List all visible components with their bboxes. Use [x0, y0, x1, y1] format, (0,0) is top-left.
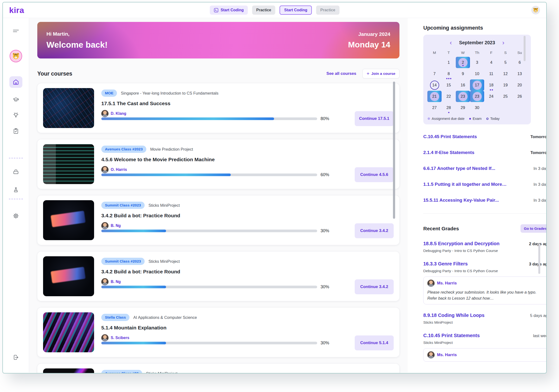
home-icon: [12, 79, 19, 85]
main-scrollbar[interactable]: [393, 82, 395, 219]
sidebar-item-home[interactable]: [9, 76, 22, 88]
grade-course: Debugging Party - Intro to CS Python Cou…: [423, 249, 547, 253]
calendar-day[interactable]: [512, 102, 527, 113]
progress-percent: 80%: [321, 116, 329, 121]
calendar-day[interactable]: 18: [484, 79, 498, 91]
graduation-cap-icon: [12, 96, 19, 103]
welcome-banner: Hi Martin, Welcome back! January 2024 Mo…: [37, 22, 400, 58]
sidebar-item-settings[interactable]: [12, 213, 19, 219]
assignment-link[interactable]: 15.5.11 Accessing Key-Value Pair...: [423, 197, 499, 203]
calendar-day[interactable]: 16: [456, 79, 470, 91]
calendar-day[interactable]: 21: [427, 91, 442, 102]
continue-button[interactable]: Continue 5.1.4: [355, 336, 394, 350]
class-badge: Summit Class #2023: [101, 258, 145, 265]
continue-button[interactable]: Continue 3.4.2: [355, 279, 394, 294]
continue-button[interactable]: Continue 17.5.1: [355, 111, 394, 126]
day-header: W: [456, 49, 470, 57]
assignment-link[interactable]: 6.6.17 Another type of Nested If...: [423, 166, 495, 171]
calendar-day[interactable]: 30: [470, 102, 484, 113]
calendar-day[interactable]: 23: [470, 91, 484, 102]
calendar-day[interactable]: 10: [470, 68, 484, 79]
calendar-day[interactable]: [484, 102, 498, 113]
grade-link[interactable]: 18.8.5 Encryption and Decryption: [423, 241, 500, 246]
calendar-day[interactable]: 1: [442, 57, 456, 68]
grade-course: Sticks MiniProject: [423, 340, 547, 345]
logout-button[interactable]: [12, 354, 19, 361]
day-header: F: [484, 49, 498, 57]
calendar-day[interactable]: 5: [498, 57, 512, 68]
calendar-day[interactable]: 29: [456, 102, 470, 113]
course-name: AI Applications & Computer Science: [133, 315, 197, 320]
teacher-avatar: [427, 351, 435, 359]
menu-toggle[interactable]: [12, 28, 19, 33]
legend-label: Assignment due date: [432, 117, 465, 121]
calendar-day[interactable]: 22: [442, 91, 456, 102]
sidebar-item-projects[interactable]: [12, 168, 19, 175]
lesson-title: 3.4.2 Build a bot: Practice Round: [101, 213, 394, 218]
calendar-day[interactable]: 9: [456, 68, 470, 79]
calendar-day[interactable]: [498, 102, 512, 113]
go-to-grades-button[interactable]: Go to Grades: [521, 224, 547, 233]
calendar-day[interactable]: 17: [470, 79, 484, 91]
start-coding-button[interactable]: Start Coding: [210, 6, 248, 15]
practice-button-secondary[interactable]: Practice: [316, 6, 339, 15]
courses-section-title: Your courses: [37, 71, 72, 77]
assignment-link[interactable]: 1.1.5 Putting it all together and More…: [423, 182, 507, 187]
calendar-day[interactable]: 20: [512, 79, 527, 91]
calendar-day[interactable]: 3: [470, 57, 484, 68]
calendar-day[interactable]: 2: [456, 57, 470, 68]
continue-button[interactable]: Continue 4.5.6: [355, 167, 394, 182]
see-all-courses-link[interactable]: See all courses: [326, 71, 356, 76]
user-avatar[interactable]: [531, 6, 540, 14]
sidebar-item-explore[interactable]: [12, 112, 19, 118]
sidebar-profile-avatar[interactable]: [10, 50, 22, 62]
continue-button[interactable]: Continue 3.4.2: [355, 223, 394, 238]
calendar-day[interactable]: 28: [442, 102, 456, 113]
calendar-day[interactable]: 4: [484, 57, 498, 68]
join-course-button[interactable]: + Join a course: [362, 69, 400, 78]
calendar-prev-icon[interactable]: ‹: [449, 39, 453, 46]
calendar-day[interactable]: 26: [512, 91, 527, 102]
class-badge: Summit Class #2023: [101, 202, 145, 209]
calendar-day[interactable]: 15: [442, 79, 456, 91]
course-thumbnail: [43, 88, 94, 128]
top-bar: kira Start Coding Practice Start Coding: [3, 2, 546, 18]
calendar-day[interactable]: 7: [427, 68, 442, 79]
lesson-title: 4.5.6 Welcome to the Movie Prediction Ma…: [101, 157, 394, 162]
grade-link[interactable]: 8.9.18 Coding While Loops: [423, 313, 484, 318]
calendar-legend: Assignment due date Exam Today: [428, 117, 531, 121]
grades-scrollbar[interactable]: [538, 243, 540, 274]
sidebar-item-courses[interactable]: [12, 96, 19, 103]
gear-icon: [12, 213, 19, 219]
sidebar-item-labs[interactable]: [12, 187, 19, 194]
clipboard-check-icon: [12, 128, 19, 134]
assignment-due: In 3 days: [533, 166, 547, 171]
sidebar-item-assignments[interactable]: [12, 128, 19, 134]
grade-course: Sticks MiniProject: [423, 320, 547, 325]
grade-link[interactable]: C.10.45 Print Statements: [423, 333, 480, 338]
practice-button[interactable]: Practice: [252, 6, 275, 15]
lesson-title: 3.4.2 Build a bot: Practice Round: [101, 269, 394, 275]
calendar-next-icon[interactable]: ›: [501, 39, 505, 46]
assignment-link[interactable]: 2.1.4 If-Else Statements: [423, 150, 474, 155]
panel-scrollbar[interactable]: [524, 36, 526, 61]
calendar-day[interactable]: 23: [456, 91, 470, 102]
start-coding-button-outlined[interactable]: Start Coding: [280, 6, 312, 15]
progress-bar: [101, 286, 317, 288]
calendar-day[interactable]: 27: [427, 102, 442, 113]
calendar-day-today[interactable]: 14: [427, 79, 442, 91]
calendar-day[interactable]: 25: [498, 91, 512, 102]
calendar-day[interactable]: 19: [498, 79, 512, 91]
grade-link[interactable]: 16.3.3 Genre Filters: [423, 261, 468, 267]
calendar-day[interactable]: [427, 57, 442, 68]
course-thumbnail: [43, 368, 94, 373]
calendar-day[interactable]: 11: [484, 68, 498, 79]
calendar-day[interactable]: 13: [512, 68, 527, 79]
upcoming-assignments-title: Upcoming assignments: [423, 25, 547, 31]
assignment-due: In 3 days: [533, 198, 547, 203]
recent-grades-header: Recent Grades Go to Grades: [423, 224, 547, 233]
calendar-day[interactable]: 8: [442, 68, 456, 79]
assignment-link[interactable]: C.10.45 Print Statements: [423, 134, 477, 139]
calendar-day[interactable]: 12: [498, 68, 512, 79]
calendar-day[interactable]: 24: [484, 91, 498, 102]
